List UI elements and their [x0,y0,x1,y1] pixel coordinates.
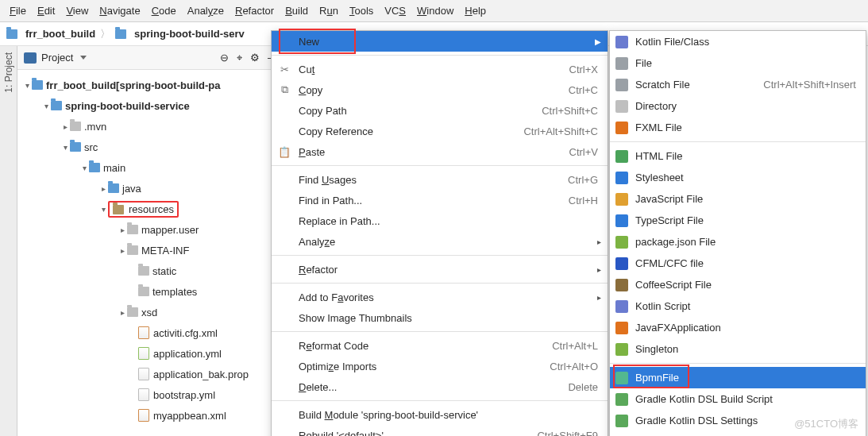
new-cfml-cfc-file[interactable]: CFML/CFC file [610,253,866,274]
chevron-down-icon[interactable] [80,56,87,60]
tree-java[interactable]: java [122,183,141,195]
tree-templates[interactable]: templates [152,286,197,298]
menu-navigate[interactable]: Navigate [95,2,145,19]
new-package-json-file[interactable]: package.json File [610,231,866,253]
locate-icon[interactable]: ⌖ [237,52,242,64]
menu-file[interactable]: File [5,2,31,19]
file-type-icon [615,57,628,70]
new-directory[interactable]: Directory [610,95,866,117]
tree-file[interactable]: myappbean.xml [153,410,226,422]
new-kotlin-script[interactable]: Kotlin Script [610,295,866,317]
tree-xsd[interactable]: xsd [141,307,157,318]
menu-run[interactable]: Run [314,2,343,19]
ctx-replace-in-path[interactable]: Replace in Path... [272,210,608,231]
menu-refactor[interactable]: Refactor [230,2,279,19]
new-submenu: Kotlin File/ClassFileScratch FileCtrl+Al… [609,30,866,436]
breadcrumb-root[interactable]: frr_boot_build [25,28,95,40]
new-gradle-kotlin-dsl-build-script[interactable]: Gradle Kotlin DSL Build Script [610,388,866,410]
ctx-paste[interactable]: 📋PasteCtrl+V [272,141,608,162]
new-fxml-file[interactable]: FXML File [610,117,866,138]
ctx-cut[interactable]: ✂CutCtrl+X [272,59,608,79]
new-html-file[interactable]: HTML File [610,145,866,167]
file-type-icon [615,279,628,291]
new-scratch-file[interactable]: Scratch FileCtrl+Alt+Shift+Insert [610,74,866,95]
sidebar-header: Project ⊖ ⌖ ⚙ — [17,46,284,70]
submenu-label: FXML File [635,122,682,133]
submenu-label: Scratch File [635,79,690,91]
tree-mapper[interactable]: mapper.user [141,224,199,236]
ctx-refactor[interactable]: Refactor▸ [272,259,608,280]
ctx-new[interactable]: New▶ [272,31,608,52]
folder-icon [113,205,124,214]
ctx-copy[interactable]: ⧉CopyCtrl+C [272,79,608,100]
ctx-reformat[interactable]: Reformat CodeCtrl+Alt+L [272,335,608,356]
file-type-icon [615,372,628,384]
menu-analyze[interactable]: Analyze [183,2,229,19]
ctx-rebuild[interactable]: Rebuild '<default>'Ctrl+Shift+F9 [272,425,608,436]
file-type-icon [615,79,628,91]
paste-icon: 📋 [278,145,291,158]
menu-window[interactable]: Window [412,2,458,19]
ctx-analyze[interactable]: Analyze▸ [272,231,608,252]
ctx-delete[interactable]: Delete...Delete [272,376,608,397]
project-sidebar: Project ⊖ ⌖ ⚙ — frr_boot_build [spring-b… [17,46,285,436]
ctx-copyref[interactable]: Copy ReferenceCtrl+Alt+Shift+C [272,121,608,141]
tree-resources[interactable]: resources [129,203,174,215]
tree-module[interactable]: spring-boot-build-service [65,100,190,112]
tree-file[interactable]: activiti.cfg.xml [153,327,218,339]
tool-window-stripe: 1: Project [0,46,17,436]
tree-static[interactable]: static [152,265,176,277]
menu-vcs[interactable]: VCS [380,2,411,19]
tree-meta[interactable]: META-INF [141,245,189,257]
new-javascript-file[interactable]: JavaScript File [610,188,866,210]
file-type-icon [615,193,628,206]
new-coffeescript-file[interactable]: CoffeeScript File [610,274,866,295]
tree-mvn[interactable]: .mvn [84,121,106,133]
menu-help[interactable]: Help [460,2,491,19]
ctx-find-usages[interactable]: Find UsagesCtrl+G [272,169,608,190]
new-kotlin-file-class[interactable]: Kotlin File/Class [610,31,866,52]
menu-tools[interactable]: Tools [345,2,378,19]
collapse-icon[interactable]: ⊖ [220,52,229,64]
tree-src[interactable]: src [84,141,98,153]
project-tool-tab[interactable]: 1: Project [3,52,14,93]
ctx-optimize-imports[interactable]: Optimize ImportsCtrl+Alt+O [272,356,608,376]
gear-icon[interactable]: ⚙ [250,52,260,64]
tree-root[interactable]: frr_boot_build [46,79,116,91]
breadcrumb-module[interactable]: spring-boot-build-serv [134,28,245,40]
new-file[interactable]: File [610,52,866,74]
menu-view[interactable]: View [61,2,93,19]
ctx-find-in-path[interactable]: Find in Path...Ctrl+H [272,190,608,210]
submenu-label: Gradle Kotlin DSL Settings [635,415,758,426]
menu-edit[interactable]: Edit [33,2,60,19]
new-typescript-file[interactable]: TypeScript File [610,210,866,231]
ctx-build-module[interactable]: Build Module 'spring-boot-build-service' [272,404,608,425]
folder-icon [70,142,81,152]
ctx-copypath[interactable]: Copy PathCtrl+Shift+C [272,100,608,121]
copy-icon: ⧉ [278,83,291,96]
new-bpmnfile[interactable]: BpmnFile [610,367,866,388]
file-icon [138,347,149,360]
menu-code[interactable]: Code [147,2,181,19]
folder-icon [127,245,138,255]
ctx-add-favorites[interactable]: Add to Favorites▸ [272,287,608,307]
tree-file[interactable]: application.yml [153,348,222,360]
sidebar-title[interactable]: Project [41,52,73,64]
new-stylesheet[interactable]: Stylesheet [610,167,866,188]
project-tree[interactable]: frr_boot_build [spring-boot-build-pa spr… [17,70,284,436]
file-icon [138,409,149,422]
file-type-icon [615,322,628,334]
file-type-icon [615,415,628,427]
separator [610,141,866,142]
tree-main[interactable]: main [103,162,125,174]
new-javafxapplication[interactable]: JavaFXApplication [610,317,866,338]
folder-icon [89,163,100,172]
new-singleton[interactable]: Singleton [610,338,866,360]
menu-build[interactable]: Build [280,2,313,19]
ctx-show-thumbnails[interactable]: Show Image Thumbnails [272,307,608,328]
new-xslt-stylesheet[interactable]: XSLT Stylesheet [610,431,866,436]
submenu-label: Singleton [635,343,678,355]
separator [610,363,866,364]
tree-file[interactable]: bootstrap.yml [153,389,215,401]
tree-file[interactable]: application_bak.prop [153,368,249,380]
